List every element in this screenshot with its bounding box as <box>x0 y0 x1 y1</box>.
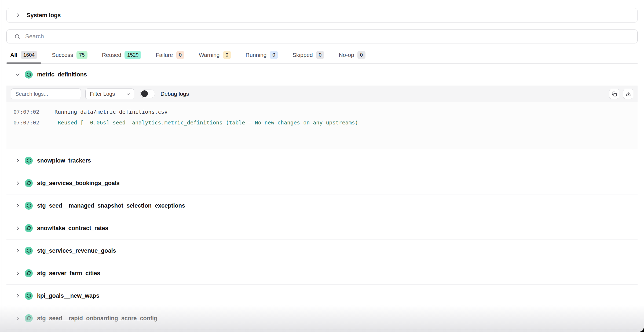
tab-count-badge: 1529 <box>125 51 141 59</box>
tab-count-badge: 0 <box>223 51 231 59</box>
chevron-right-icon <box>15 226 20 231</box>
search-icon <box>14 34 20 40</box>
copy-icon <box>612 91 617 97</box>
debug-logs-label: Debug logs <box>160 91 189 97</box>
tab-success[interactable]: Success 75 <box>48 50 91 63</box>
node-row-stg-services-revenue-goals[interactable]: stg_services_revenue_goals <box>6 239 638 262</box>
tab-count-badge: 0 <box>357 51 366 59</box>
chevron-right-icon <box>15 293 20 298</box>
reused-status-icon <box>25 314 33 322</box>
node-name: snowflake_contract_rates <box>37 225 108 232</box>
node-row-kpi-goals-new-waps[interactable]: kpi_goals__new_waps <box>6 285 638 307</box>
chevron-down-icon <box>126 92 130 96</box>
tab-label: Running <box>246 52 266 58</box>
reused-status-icon <box>25 157 33 165</box>
tab-count-badge: 0 <box>316 51 324 59</box>
node-name: stg_seed__managed_snapshot_selection_exc… <box>37 202 185 209</box>
node-name: kpi_goals__new_waps <box>37 292 99 299</box>
tab-count-badge: 75 <box>76 51 87 59</box>
node-row-stg-services-bookings-goals[interactable]: stg_services_bookings_goals <box>6 172 638 194</box>
system-logs-title: System logs <box>27 12 61 19</box>
log-line: 07:07:02 Running data/metric_definitions… <box>13 106 638 117</box>
tab-label: Warning <box>199 52 219 58</box>
tab-running[interactable]: Running 0 <box>242 50 282 63</box>
log-timestamp: 07:07:02 <box>13 117 54 128</box>
chevron-right-icon <box>15 316 20 321</box>
node-name: snowplow_trackers <box>37 157 91 164</box>
status-tabs: All 1604 Success 75 Reused 1529 Failure … <box>6 50 638 64</box>
download-logs-button[interactable] <box>623 89 633 99</box>
download-icon <box>626 91 631 97</box>
chevron-right-icon <box>15 13 21 18</box>
node-name: metric_definitions <box>37 71 87 78</box>
log-message: Reused [ 0.06s] seed analytics.metric_de… <box>54 117 358 128</box>
log-message: Running data/metric_definitions.csv <box>54 106 167 117</box>
system-logs-panel: System logs All 1604 Success 75 Reused 1… <box>0 0 644 330</box>
search-input[interactable] <box>25 33 632 40</box>
log-panel: Filter Logs Debug logs <box>6 86 638 149</box>
log-search-input[interactable] <box>11 88 81 99</box>
filter-logs-label: Filter Logs <box>90 91 115 97</box>
chevron-right-icon <box>15 271 20 276</box>
node-row-metric-definitions[interactable]: metric_definitions <box>6 64 638 86</box>
chevron-down-icon <box>15 72 20 77</box>
node-name: stg_server_farm_cities <box>37 270 100 277</box>
chevron-right-icon <box>15 203 20 208</box>
reused-status-icon <box>25 71 33 79</box>
chevron-right-icon <box>15 248 20 253</box>
copy-logs-button[interactable] <box>609 89 619 99</box>
log-output[interactable]: 07:07:02 Running data/metric_definitions… <box>6 102 638 149</box>
tab-failure[interactable]: Failure 0 <box>152 50 188 63</box>
chevron-right-icon <box>15 158 20 163</box>
node-row-snowflake-contract-rates[interactable]: snowflake_contract_rates <box>6 217 638 239</box>
toggle-knob <box>141 90 148 97</box>
tab-label: No-op <box>339 52 354 58</box>
tab-label: Failure <box>156 52 173 58</box>
node-row-snowplow-trackers[interactable]: snowplow_trackers <box>6 149 638 172</box>
tab-count-badge: 0 <box>176 51 185 59</box>
node-row-stg-server-farm-cities[interactable]: stg_server_farm_cities <box>6 262 638 285</box>
reused-status-icon <box>25 269 33 277</box>
debug-logs-toggle[interactable] <box>140 90 155 98</box>
tab-label: All <box>10 52 17 58</box>
filter-logs-select[interactable]: Filter Logs <box>85 88 134 99</box>
tab-skipped[interactable]: Skipped 0 <box>289 50 328 63</box>
reused-status-icon <box>25 292 33 300</box>
log-toolbar: Filter Logs Debug logs <box>6 86 638 102</box>
panel-divider <box>2 0 2 332</box>
node-name: stg_seed__rapid_onboarding_score_config <box>37 315 157 322</box>
search-box <box>6 29 638 43</box>
node-row-stg-seed-rapid-onboarding-score-config[interactable]: stg_seed__rapid_onboarding_score_config <box>6 307 638 330</box>
reused-status-icon <box>25 224 33 232</box>
tab-label: Reused <box>102 52 121 58</box>
tab-count-badge: 1604 <box>21 51 37 59</box>
reused-status-icon <box>25 202 33 210</box>
node-row-stg-seed-managed-snapshot-selection-exceptions[interactable]: stg_seed__managed_snapshot_selection_exc… <box>6 194 638 217</box>
log-line: 07:07:02 Reused [ 0.06s] seed analytics.… <box>13 117 638 128</box>
tab-reused[interactable]: Reused 1529 <box>98 50 145 63</box>
reused-status-icon <box>25 247 33 255</box>
node-name: stg_services_revenue_goals <box>37 247 116 254</box>
tab-label: Success <box>52 52 73 58</box>
reused-status-icon <box>25 179 33 187</box>
node-list: snowplow_trackers stg_services_bookings_… <box>6 149 638 330</box>
tab-count-badge: 0 <box>270 51 278 59</box>
tab-label: Skipped <box>292 52 313 58</box>
tab-all[interactable]: All 1604 <box>6 50 41 63</box>
tab-noop[interactable]: No-op 0 <box>335 50 369 63</box>
chevron-right-icon <box>15 180 20 186</box>
log-timestamp: 07:07:02 <box>13 106 54 117</box>
tab-warning[interactable]: Warning 0 <box>195 50 235 63</box>
system-logs-header[interactable]: System logs <box>6 8 638 23</box>
node-name: stg_services_bookings_goals <box>37 180 120 187</box>
